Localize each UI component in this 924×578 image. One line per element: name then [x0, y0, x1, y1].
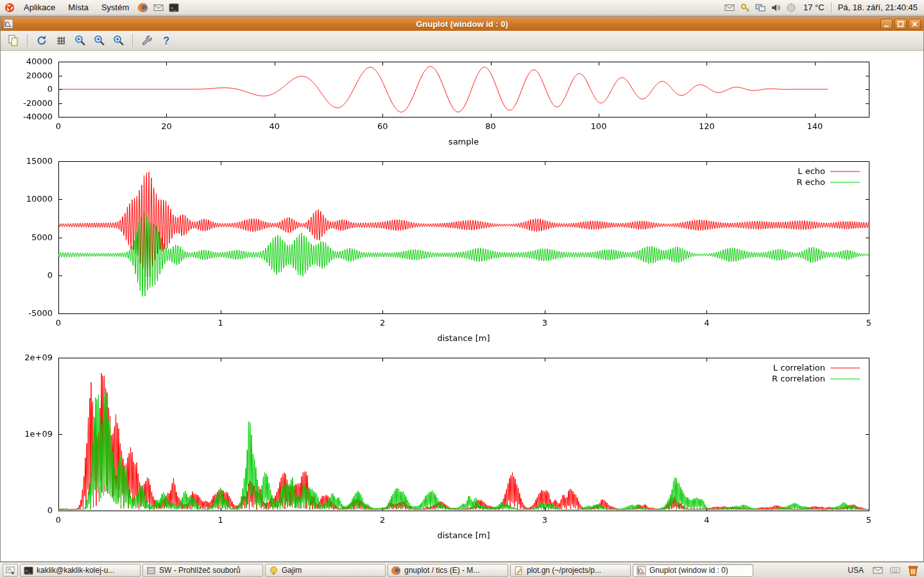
- keyboard-layout-indicator[interactable]: USA: [845, 565, 866, 575]
- file-browser-icon: [146, 566, 156, 575]
- clock-applet[interactable]: Pá, 18. září, 21:40:45: [835, 3, 920, 12]
- gnome-top-panel: Aplikace Místa Systém >_ 17 °C Pá, 18.: [0, 0, 924, 15]
- task-label: kaklik@kaklik-kolej-u...: [37, 566, 115, 575]
- temperature-applet[interactable]: 17 °C: [801, 3, 827, 12]
- bottom-taskbar: >_kaklik@kaklik-kolej-u...SW - Prohlížeč…: [0, 562, 924, 578]
- titlebar-buttons: [880, 19, 921, 30]
- gnuplot-icon: [637, 566, 646, 575]
- toolbar-separator: [132, 34, 133, 47]
- taskbar-task-2[interactable]: SW - Prohlížeč souborů: [142, 564, 263, 577]
- taskbar-right-cluster: USA: [845, 564, 921, 577]
- zoom-previous-button[interactable]: [71, 32, 89, 49]
- toolbar-separator: [27, 34, 28, 47]
- menu-applications[interactable]: Aplikace: [19, 1, 60, 13]
- taskbar-task-3[interactable]: Gajim: [265, 564, 386, 577]
- mail-notify-icon[interactable]: [872, 565, 884, 576]
- taskbar-task-6[interactable]: Gnuplot (window id : 0): [633, 564, 753, 577]
- keyring-tray-icon[interactable]: [739, 2, 751, 13]
- taskbar-task-5[interactable]: plot.gn (~/projects/p...: [510, 564, 631, 577]
- window-gnuplot-icon: [3, 19, 13, 29]
- zoom-next-button[interactable]: [90, 32, 108, 49]
- svg-text:>_: >_: [171, 6, 176, 11]
- chart-correlation-vs-distance[interactable]: [1, 352, 924, 545]
- mail-launcher-icon[interactable]: [153, 2, 164, 13]
- show-desktop-button[interactable]: [3, 564, 18, 577]
- svg-text:>_: >_: [26, 568, 31, 574]
- trash-icon[interactable]: [907, 564, 920, 577]
- gnuplot-toolbar: ?: [1, 31, 923, 51]
- task-label: plot.gn (~/projects/p...: [527, 566, 601, 575]
- panel-left-cluster: Aplikace Místa Systém >_: [4, 1, 180, 13]
- plot-area: [1, 51, 923, 561]
- task-list: >_kaklik@kaklik-kolej-u...SW - Prohlížeč…: [20, 564, 753, 577]
- grid-button[interactable]: [52, 32, 69, 49]
- firefox-launcher-icon[interactable]: [137, 2, 149, 13]
- task-label: SW - Prohlížeč souborů: [159, 566, 241, 575]
- task-label: gnuplot / tics (E) - M...: [404, 566, 479, 575]
- ubuntu-logo-icon[interactable]: [4, 2, 15, 13]
- gnuplot-window: Gnuplot (window id : 0) ?: [0, 16, 924, 562]
- volume-icon[interactable]: [770, 2, 782, 13]
- editor-icon: [514, 566, 524, 575]
- weather-icon[interactable]: [785, 2, 797, 13]
- terminal-icon: >_: [24, 566, 33, 575]
- window-title: Gnuplot (window id : 0): [1, 19, 923, 29]
- task-label: Gnuplot (window id : 0): [649, 566, 728, 575]
- maximize-button[interactable]: [894, 19, 907, 30]
- menu-system[interactable]: Systém: [97, 1, 133, 13]
- help-button[interactable]: ?: [157, 32, 175, 49]
- close-button[interactable]: [909, 19, 921, 30]
- svg-text:?: ?: [163, 35, 169, 46]
- chart-signal-vs-sample[interactable]: [1, 56, 924, 152]
- terminal-launcher-icon[interactable]: >_: [168, 2, 180, 13]
- taskbar-task-4[interactable]: gnuplot / tics (E) - M...: [388, 564, 508, 577]
- mail-tray-icon[interactable]: [724, 2, 735, 13]
- chart-echo-vs-distance[interactable]: [1, 155, 924, 348]
- gajim-icon: [269, 566, 278, 575]
- firefox-icon: [391, 566, 401, 575]
- window-titlebar[interactable]: Gnuplot (window id : 0): [1, 17, 923, 31]
- taskbar-task-1[interactable]: >_kaklik@kaklik-kolej-u...: [20, 564, 141, 577]
- minimize-button[interactable]: [880, 19, 893, 30]
- menu-places[interactable]: Místa: [64, 1, 93, 13]
- replot-button[interactable]: [33, 32, 50, 49]
- task-label: Gajim: [282, 566, 302, 575]
- panel-separator: [831, 3, 832, 13]
- settings-button[interactable]: [138, 32, 155, 49]
- autoscale-button[interactable]: [110, 32, 127, 49]
- copy-button[interactable]: [4, 32, 22, 49]
- keyboard-tray-icon[interactable]: [889, 565, 901, 576]
- panel-right-cluster: 17 °C Pá, 18. září, 21:40:45: [724, 2, 920, 13]
- displays-tray-icon[interactable]: [755, 2, 766, 13]
